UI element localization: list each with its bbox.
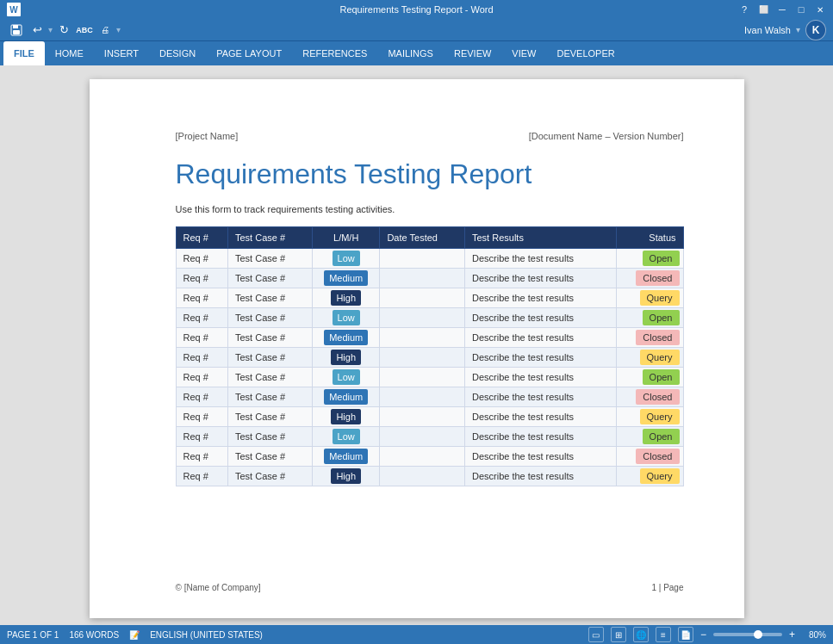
cell-req: Req # [176,269,227,288]
zoom-minus[interactable]: − [700,629,706,641]
table-row: Req # Test Case # Low Describe the test … [176,308,683,328]
cell-status: Open [617,308,683,328]
cell-tc: Test Case # [227,427,312,447]
cell-tc: Test Case # [227,288,312,308]
cell-status: Closed [617,328,683,348]
web-layout-button[interactable]: 🌐 [633,627,649,642]
cell-priority: High [312,407,379,427]
cell-tc: Test Case # [227,368,312,387]
cell-status: Query [617,407,683,427]
footer-company: © [Name of Company] [176,583,261,592]
zoom-thumb[interactable] [754,630,762,639]
tab-file[interactable]: FILE [3,41,45,65]
tab-mailings[interactable]: MAILINGS [377,41,444,65]
tab-references[interactable]: REFERENCES [292,41,377,65]
print-preview-button[interactable]: 🖨 [96,21,115,40]
spell-check-icon[interactable]: 📝 [129,630,140,640]
user-area[interactable]: Ivan Walsh ▾ K [744,20,826,40]
project-name: [Project Name] [176,131,239,141]
table-row: Req # Test Case # Medium Describe the te… [176,269,683,288]
cell-tc: Test Case # [227,467,312,486]
save-button[interactable] [7,21,26,40]
user-name: Ivan Walsh [744,25,791,35]
col-date: Date Tested [380,227,465,249]
cell-status: Closed [617,269,683,288]
cell-status: Query [617,467,683,486]
title-bar-title: Requirements Testing Report - Word [339,4,493,15]
tab-home[interactable]: HOME [45,41,94,65]
tab-review[interactable]: REVIEW [444,41,501,65]
requirements-table: Req # Test Case # L/M/H Date Tested Test… [176,226,684,486]
cell-status: Query [617,348,683,368]
cell-req: Req # [176,249,227,269]
cell-results: Describe the test results [464,348,616,368]
table-row: Req # Test Case # Medium Describe the te… [176,387,683,407]
cell-date [380,447,465,467]
svg-rect-2 [13,30,20,34]
tab-insert[interactable]: INSERT [94,41,149,65]
tab-page-layout[interactable]: PAGE LAYOUT [206,41,292,65]
minimize-button[interactable]: ─ [776,3,788,15]
cell-req: Req # [176,387,227,407]
cell-priority: Medium [312,387,379,407]
redo-button[interactable]: ↻ [54,21,73,40]
cell-priority: Low [312,308,379,328]
col-tc: Test Case # [227,227,312,249]
cell-date [380,427,465,447]
zoom-plus[interactable]: + [789,629,795,641]
col-status: Status [617,227,683,249]
maximize-button[interactable]: □ [795,3,807,15]
cell-tc: Test Case # [227,387,312,407]
quick-access-toolbar: ↩ ▾ ↻ ABC 🖨 ▾ Ivan Walsh ▾ K [0,19,833,41]
cell-results: Describe the test results [464,328,616,348]
cell-results: Describe the test results [464,387,616,407]
table-row: Req # Test Case # High Describe the test… [176,288,683,308]
cell-priority: High [312,467,379,486]
cell-tc: Test Case # [227,447,312,467]
cell-results: Describe the test results [464,407,616,427]
cell-status: Open [617,427,683,447]
cell-req: Req # [176,328,227,348]
full-reading-button[interactable]: ⊞ [611,627,626,642]
help-button[interactable]: ? [738,3,750,15]
word-icon: W [7,3,21,16]
tab-developer[interactable]: DEVELOPER [546,41,625,65]
outline-button[interactable]: ≡ [656,627,671,642]
zoom-percent[interactable]: 80% [802,630,826,640]
zoom-slider[interactable] [713,633,782,636]
cell-req: Req # [176,427,227,447]
cell-results: Describe the test results [464,427,616,447]
main-area: [Project Name] [Document Name – Version … [0,65,833,644]
word-count: 166 WORDS [69,630,119,640]
cell-priority: Low [312,249,379,269]
table-row: Req # Test Case # High Describe the test… [176,467,683,486]
draft-button[interactable]: 📄 [678,627,693,642]
user-avatar: K [805,20,826,40]
table-header-row: Req # Test Case # L/M/H Date Tested Test… [176,227,683,249]
print-layout-button[interactable]: ▭ [588,627,604,642]
cell-results: Describe the test results [464,467,616,486]
col-results: Test Results [464,227,616,249]
cell-priority: Low [312,427,379,447]
cell-date [380,308,465,328]
cell-results: Describe the test results [464,288,616,308]
undo-button[interactable]: ↩ [28,21,47,40]
footer-page: 1 | Page [651,583,683,592]
cell-date [380,249,465,269]
cell-results: Describe the test results [464,308,616,328]
table-row: Req # Test Case # Low Describe the test … [176,427,683,447]
tab-design[interactable]: DESIGN [149,41,206,65]
title-bar-controls: ? ⬜ ─ □ ✕ [738,3,826,15]
cell-tc: Test Case # [227,328,312,348]
cell-tc: Test Case # [227,348,312,368]
close-button[interactable]: ✕ [814,3,826,15]
title-bar: W Requirements Testing Report - Word ? ⬜… [0,0,833,19]
cell-date [380,328,465,348]
restore-button[interactable]: ⬜ [757,3,769,15]
doc-header: [Project Name] [Document Name – Version … [176,131,684,141]
cell-req: Req # [176,407,227,427]
spell-check-button[interactable]: ABC [75,21,94,40]
cell-priority: Medium [312,328,379,348]
tab-view[interactable]: VIEW [501,41,546,65]
title-bar-left: W [7,3,21,16]
